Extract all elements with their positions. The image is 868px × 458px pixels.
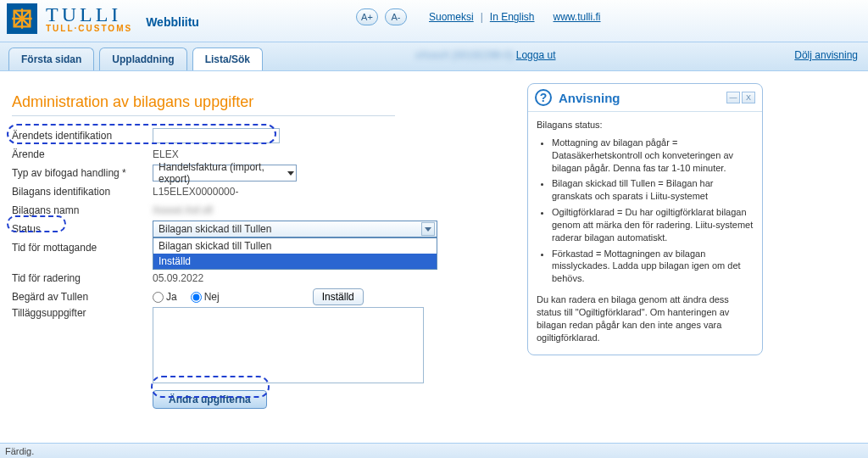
instruction-header: ? Anvisning — X: [528, 84, 762, 112]
header: TULLI TULL·CUSTOMS Webbliitu A+ A- Suome…: [0, 0, 868, 42]
lang-suomeksi-link[interactable]: Suomeksi: [429, 11, 474, 23]
doctype-select[interactable]: Handelsfaktura (import, export): [153, 165, 297, 182]
minimize-icon[interactable]: —: [726, 92, 740, 103]
label-requested: Begärd av Tullen: [12, 291, 153, 303]
instruction-bullet: Bilagan skickad till Tullen = Bilagan ha…: [552, 177, 754, 203]
requested-no-label: Nej: [204, 291, 220, 303]
doctype-selected: Handelsfaktura (import, export): [159, 161, 287, 185]
instruction-bullet: Mottagning av bilagan pågår = Datasäkerh…: [552, 137, 754, 175]
font-increase-button[interactable]: A+: [356, 8, 378, 25]
label-case-id: Ärendets identifikation: [12, 130, 153, 142]
brand-subtitle: TULL·CUSTOMS: [46, 25, 132, 33]
instruction-body: Bilagans status: Mottagning av bilagan p…: [528, 112, 762, 355]
extra-info-textarea[interactable]: [153, 307, 424, 383]
value-attachment-name: Xxxxxl.Xxf.xfl: [153, 204, 297, 216]
app-name: Webbliitu: [146, 15, 199, 34]
status-select[interactable]: Bilagan skickad till Tullen: [153, 221, 437, 237]
font-decrease-button[interactable]: A-: [385, 8, 407, 25]
value-attachment-id: L15ELEX0000000-: [153, 186, 297, 198]
lang-english-link[interactable]: In English: [490, 11, 535, 23]
chevron-down-icon: [287, 171, 294, 176]
tab-list-search[interactable]: Lista/Sök: [192, 47, 263, 70]
page-title: Administration av bilagans uppgifter: [12, 93, 253, 111]
case-id-input[interactable]: [153, 128, 280, 143]
label-status: Status: [12, 223, 153, 235]
hide-instructions-link[interactable]: Dölj anvisning: [794, 49, 858, 61]
brand-name: TULLI: [46, 4, 132, 25]
logo-icon: [7, 3, 37, 34]
label-attachment-name: Bilagans namn: [12, 204, 153, 216]
label-doctype: Typ av bifogad handling *: [12, 167, 153, 179]
chevron-down-icon: [421, 222, 435, 236]
label-attachment-id: Bilagans identifikation: [12, 186, 153, 198]
instruction-bullet: Förkastad = Mottagningen av bilagan miss…: [552, 248, 754, 286]
attachment-form: Ärendets identifikation Ärende ELEX Typ …: [12, 127, 504, 411]
close-icon[interactable]: X: [742, 92, 755, 103]
tab-upload[interactable]: Uppladdning: [99, 47, 186, 70]
user-id: (00192298-0): [452, 49, 513, 61]
instruction-bullet: Ogiltigförklarad = Du har ogiltigförklar…: [552, 206, 754, 244]
title-divider: [12, 115, 395, 116]
instruction-title: Anvisning: [559, 91, 720, 105]
instruction-paragraph: Du kan radera en bilaga genom att ändra …: [537, 293, 754, 344]
status-dropdown-list: Bilagan skickad till Tullen Inställd: [153, 237, 437, 270]
label-receive-time: Tid för mottagande: [12, 242, 153, 254]
label-extra-info: Tilläggsuppgifter: [12, 307, 153, 319]
instruction-subtitle: Bilagans status:: [537, 119, 754, 131]
label-case: Ärende: [12, 148, 153, 160]
value-case: ELEX: [153, 148, 297, 160]
requested-no-radio[interactable]: [191, 292, 202, 303]
requested-yes-label: Ja: [166, 291, 177, 303]
main-area: Administration av bilagans uppgifter Äre…: [0, 71, 868, 441]
user-name: xXxxxX: [415, 49, 449, 61]
save-changes-button[interactable]: Ändra upgifterna: [153, 390, 267, 409]
cancelled-button[interactable]: Inställd: [313, 288, 364, 305]
tab-first-page[interactable]: Första sidan: [8, 47, 94, 70]
value-delete-time: 05.09.2022: [153, 272, 297, 284]
logo-text: TULLI TULL·CUSTOMS: [46, 4, 132, 33]
status-selected: Bilagan skickad till Tullen: [159, 223, 271, 235]
status-bar: Färdig.: [0, 443, 868, 458]
brand: TULLI TULL·CUSTOMS Webbliitu: [7, 3, 199, 34]
user-info: xXxxxX (00192298-0) Logga ut: [415, 49, 555, 61]
requested-yes-radio[interactable]: [153, 292, 164, 303]
external-site-link[interactable]: www.tulli.fi: [554, 11, 601, 23]
userbar: Första sidan Uppladdning Lista/Sök xXxxx…: [0, 42, 868, 71]
status-option-cancelled[interactable]: Inställd: [153, 254, 437, 269]
logout-link[interactable]: Logga ut: [516, 49, 556, 61]
instruction-panel: ? Anvisning — X Bilagans status: Mottagn…: [527, 83, 763, 355]
help-icon: ?: [535, 89, 552, 106]
label-delete-time: Tid för radering: [12, 272, 153, 284]
main-tabs: Första sidan Uppladdning Lista/Sök: [8, 47, 263, 70]
status-option-sent[interactable]: Bilagan skickad till Tullen: [153, 238, 437, 254]
